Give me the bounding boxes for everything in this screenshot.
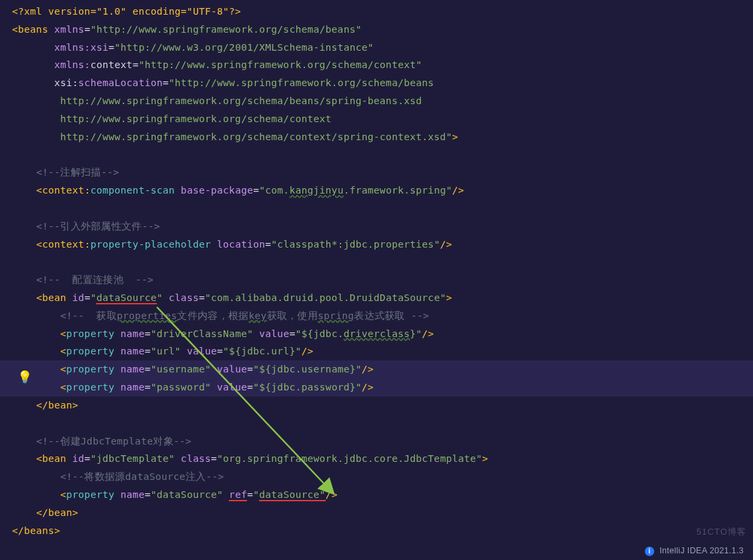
code-line: <property name="driverClassName" value="… <box>0 325 753 343</box>
code-line: http://www.springframework.org/schema/co… <box>0 110 753 128</box>
code-line: <?xml version="1.0" encoding="UTF-8"?> <box>0 3 753 21</box>
comment: <!--注解扫描--> <box>36 167 119 178</box>
code-line: xmlns:xsi="http://www.w3.org/2001/XMLSch… <box>0 39 753 57</box>
code-line: http://www.springframework.org/schema/be… <box>0 92 753 110</box>
code-line: <!--创建JdbcTemplate对象--> <box>0 433 753 451</box>
datasource-ref: dataSource <box>259 489 319 501</box>
watermark-text: 51CTO博客 <box>696 524 746 540</box>
code-line: <!--注解扫描--> <box>0 164 753 182</box>
ide-version-label: IntelliJ IDEA 2021.1.3 <box>660 543 744 559</box>
datasource-id: dataSource <box>96 292 156 304</box>
code-line: <property name="url" value="${jdbc.url}"… <box>0 342 753 360</box>
code-line <box>0 253 753 271</box>
xml-decl: <?xml version="1.0" encoding="UTF-8"?> <box>12 6 241 17</box>
code-line: xmlns:context="http://www.springframewor… <box>0 56 753 74</box>
code-line: <property name="dataSource" ref="dataSou… <box>0 486 753 504</box>
comment: <!-- 配置连接池 --> <box>36 274 154 285</box>
code-line: <!-- 配置连接池 --> <box>0 271 753 289</box>
code-line: <!--将数据源dataSource注入--> <box>0 468 753 486</box>
code-line <box>0 200 753 218</box>
code-line: </bean> <box>0 396 753 414</box>
code-editor[interactable]: <?xml version="1.0" encoding="UTF-8"?> <… <box>0 0 753 539</box>
code-line: <!--引入外部属性文件--> <box>0 218 753 236</box>
intention-bulb-icon[interactable]: 💡 <box>17 366 32 388</box>
code-line: <context:component-scan base-package="co… <box>0 182 753 200</box>
info-icon: i <box>645 547 654 556</box>
code-line: <bean id="dataSource" class="com.alibaba… <box>0 289 753 307</box>
code-line <box>0 146 753 164</box>
comment: <!--引入外部属性文件--> <box>36 221 160 232</box>
code-line: <bean id="jdbcTemplate" class="org.sprin… <box>0 450 753 468</box>
code-line: xsi:schemaLocation="http://www.springfra… <box>0 74 753 92</box>
ref-attr: ref <box>229 489 247 501</box>
code-line: <beans xmlns="http://www.springframework… <box>0 21 753 39</box>
comment: <!--创建JdbcTemplate对象--> <box>36 436 192 447</box>
code-line: </beans> <box>0 522 753 540</box>
code-line: <property name="username" value="${jdbc.… <box>0 360 753 378</box>
comment: <!--将数据源dataSource注入--> <box>60 471 224 482</box>
code-line <box>0 414 753 433</box>
code-line: <property name="password" value="${jdbc.… <box>0 378 753 396</box>
code-line: http://www.springframework.org/schema/co… <box>0 128 753 146</box>
code-line: <!-- 获取properties文件内容，根据key获取，使用spring表达… <box>0 307 753 325</box>
code-line: </bean> <box>0 504 753 522</box>
code-line: <context:property-placeholder location="… <box>0 236 753 254</box>
status-bar: i IntelliJ IDEA 2021.1.3 <box>638 543 753 560</box>
